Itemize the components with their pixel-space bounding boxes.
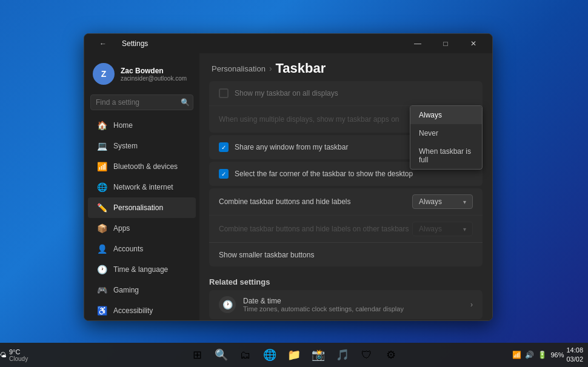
sidebar-item-home[interactable]: 🏠 Home: [88, 115, 196, 136]
close-button[interactable]: ✕: [459, 34, 487, 53]
desktop: ← Settings — □ ✕ Z Zac Bowden zacinsider…: [0, 0, 588, 367]
share-window-checkbox-wrapper[interactable]: ✓ Share any window from my taskbar: [219, 142, 348, 152]
task-view-button[interactable]: 🗂: [235, 344, 256, 366]
chevron-right-icon: ›: [470, 300, 473, 309]
smaller-buttons-label: Show smaller taskbar buttons: [219, 251, 473, 259]
sidebar-item-accessibility[interactable]: ♿ Accessibility: [88, 300, 196, 320]
explorer-button[interactable]: 📁: [283, 344, 305, 366]
media-button[interactable]: 🎵: [332, 344, 353, 366]
sidebar-item-label: Personalisation: [113, 203, 163, 212]
edge-button[interactable]: 🌐: [259, 344, 281, 366]
taskbar-center: ⊞ 🔍 🗂 🌐 📁 📸 🎵 🛡 ⚙: [186, 344, 402, 366]
popup-item-never[interactable]: Never: [410, 124, 482, 142]
search-input[interactable]: [90, 94, 193, 110]
multiple-displays-label: When using multiple displays, show my ta…: [219, 115, 412, 124]
minimize-button[interactable]: —: [404, 34, 432, 53]
maximize-button[interactable]: □: [432, 34, 459, 53]
network-tray-icon: 📶: [512, 351, 521, 359]
taskbar-time: 14:08: [566, 346, 583, 355]
apps-icon: 📦: [96, 223, 107, 234]
home-icon: 🏠: [96, 120, 107, 131]
weather-icon: 🌤: [0, 351, 7, 359]
smaller-buttons-row: Show smaller taskbar buttons: [209, 242, 483, 266]
gaming-icon: 🎮: [96, 285, 107, 296]
sidebar-item-bluetooth[interactable]: 📶 Bluetooth & devices: [88, 156, 196, 177]
user-info: Zac Bowden zacinsider@outlook.com: [121, 67, 187, 82]
combine-buttons-other-dropdown[interactable]: Always ▾: [412, 222, 473, 236]
photos-button[interactable]: 📸: [307, 344, 329, 366]
sidebar-item-label: Network & internet: [113, 183, 173, 191]
related-date-time-subtitle: Time zones, automatic clock settings, ca…: [243, 305, 404, 312]
sidebar-item-gaming[interactable]: 🎮 Gaming: [88, 280, 196, 300]
search-icon: 🔍: [181, 98, 190, 107]
sidebar-item-time[interactable]: 🕐 Time & language: [88, 259, 196, 280]
defender-button[interactable]: 🛡: [356, 344, 378, 366]
search-button[interactable]: 🔍: [210, 344, 232, 366]
settings-window: ← Settings — □ ✕ Z Zac Bowden zacinsider…: [84, 33, 493, 321]
back-button[interactable]: ←: [89, 34, 117, 53]
chevron-down-icon: ▾: [463, 226, 466, 233]
show-taskbar-checkbox[interactable]: [219, 88, 229, 98]
sidebar-item-personalisation[interactable]: ✏️ Personalisation: [88, 197, 196, 218]
sidebar-item-label: Accessibility: [113, 306, 153, 315]
sidebar-item-system[interactable]: 💻 System: [88, 136, 196, 156]
sidebar-item-label: Accounts: [113, 245, 143, 253]
popup-item-always[interactable]: Always: [410, 106, 482, 124]
bluetooth-icon: 📶: [96, 161, 107, 172]
window-title: Settings: [122, 39, 148, 48]
sidebar-item-label: Gaming: [113, 286, 139, 294]
avatar: Z: [93, 63, 115, 85]
related-date-time-card[interactable]: 🕐 Date & time Time zones, automatic cloc…: [209, 290, 483, 319]
popup-item-when-full[interactable]: When taskbar is full: [410, 142, 482, 169]
time-icon: 🕐: [96, 264, 107, 275]
battery-tray-icon: 🔋: [538, 351, 547, 359]
system-tray[interactable]: 📶 🔊 🔋 96%: [512, 351, 564, 359]
taskbar-date: 03/02: [566, 355, 583, 364]
related-date-time-text: Date & time Time zones, automatic clock …: [243, 297, 404, 312]
main-content: Personalisation › Taskbar Show my taskba…: [199, 53, 492, 320]
breadcrumb-current: Taskbar: [276, 61, 326, 76]
weather-widget[interactable]: 🌤 9°C Cloudy: [0, 348, 28, 362]
chevron-down-icon: ▾: [463, 199, 466, 205]
start-button[interactable]: ⊞: [186, 344, 208, 366]
taskbar-right: 📶 🔊 🔋 96% 14:08 03/02: [512, 346, 588, 365]
settings-taskbar-button[interactable]: ⚙: [380, 344, 402, 366]
clock-widget[interactable]: 14:08 03/02: [566, 346, 583, 365]
sidebar: Z Zac Bowden zacinsider@outlook.com 🔍 🏠 …: [84, 53, 199, 320]
related-date-time-left: 🕐 Date & time Time zones, automatic cloc…: [219, 296, 404, 313]
sidebar-item-label: Time & language: [113, 265, 168, 274]
personalisation-icon: ✏️: [96, 202, 107, 213]
user-email: zacinsider@outlook.com: [121, 75, 187, 82]
breadcrumb: Personalisation › Taskbar: [199, 53, 492, 81]
far-corner-checkbox-wrapper[interactable]: ✓ Select the far corner of the taskbar t…: [219, 169, 413, 179]
combine-buttons-dropdown[interactable]: Always ▾: [412, 194, 473, 209]
date-time-icon: 🕐: [219, 296, 236, 313]
smaller-buttons-popup: Always Never When taskbar is full: [410, 105, 483, 170]
share-window-checkbox[interactable]: ✓: [219, 142, 229, 152]
far-corner-label: Select the far corner of the taskbar to …: [235, 170, 413, 178]
breadcrumb-parent[interactable]: Personalisation: [212, 64, 266, 73]
title-bar-controls: — □ ✕: [404, 34, 487, 53]
temperature: 9°C: [9, 348, 28, 355]
combine-buttons-other-row: Combine taskbar buttons and hide labels …: [209, 215, 483, 242]
user-profile[interactable]: Z Zac Bowden zacinsider@outlook.com: [84, 58, 199, 92]
network-icon: 🌐: [96, 182, 107, 193]
related-date-time-title: Date & time: [243, 297, 404, 305]
system-icon: 💻: [96, 141, 107, 151]
sidebar-item-accounts[interactable]: 👤 Accounts: [88, 239, 196, 259]
combine-buttons-label: Combine taskbar buttons and hide labels: [219, 197, 412, 206]
sidebar-item-apps[interactable]: 📦 Apps: [88, 218, 196, 239]
combine-buttons-row: Combine taskbar buttons and hide labels …: [209, 188, 483, 215]
show-taskbar-all-displays-row: Show my taskbar on all displays: [209, 81, 483, 105]
accessibility-icon: ♿: [96, 305, 107, 316]
combine-buttons-other-label: Combine taskbar buttons and hide labels …: [219, 225, 412, 233]
share-window-label: Share any window from my taskbar: [235, 143, 348, 151]
user-name: Zac Bowden: [121, 67, 187, 75]
combine-buttons-card: Combine taskbar buttons and hide labels …: [209, 188, 483, 266]
taskbar: 🌤 9°C Cloudy ⊞ 🔍 🗂 🌐 📁 📸 🎵 🛡 ⚙ 📶 🔊 🔋 96%: [0, 343, 588, 367]
sidebar-item-network[interactable]: 🌐 Network & internet: [88, 177, 196, 197]
title-bar-left: ← Settings: [89, 34, 148, 53]
show-taskbar-checkbox-wrapper[interactable]: Show my taskbar on all displays: [219, 88, 338, 98]
accounts-icon: 👤: [96, 243, 107, 254]
far-corner-checkbox[interactable]: ✓: [219, 169, 229, 179]
